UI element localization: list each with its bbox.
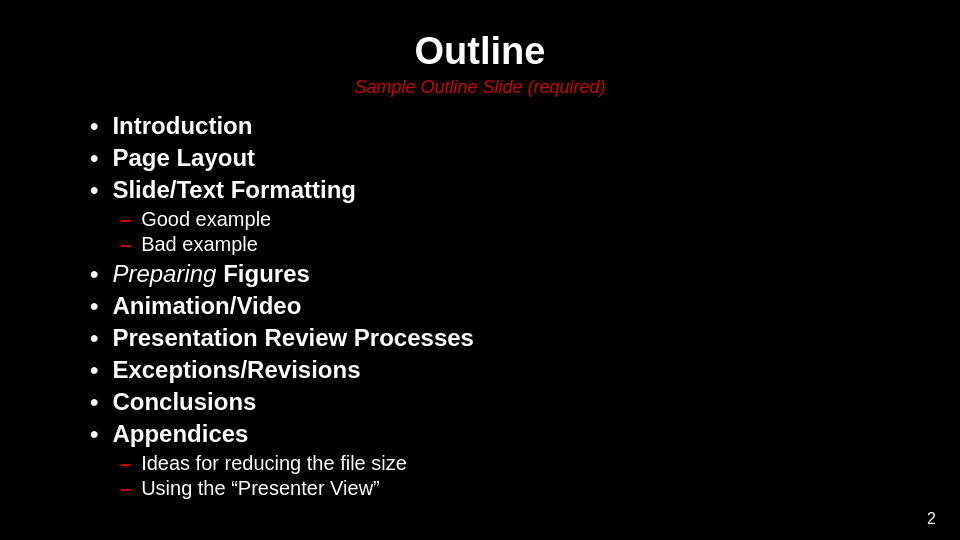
list-item-slide-text-formatting: • Slide/Text Formatting	[90, 176, 900, 204]
dash-icon: –	[120, 452, 131, 475]
bullet-icon: •	[90, 260, 98, 288]
main-list-bottom: • Preparing Figures • Animation/Video • …	[60, 260, 900, 448]
list-item-presentation-review: • Presentation Review Processes	[90, 324, 900, 352]
slide: Outline Sample Outline Slide (required) …	[0, 0, 960, 540]
list-item-preparing-figures: • Preparing Figures	[90, 260, 900, 288]
slide-title: Outline	[60, 30, 900, 73]
sub-item-bad-example: – Bad example	[120, 233, 900, 256]
sub-item-good-example: – Good example	[120, 208, 900, 231]
dash-icon: –	[120, 233, 131, 256]
list-item-introduction: • Introduction	[90, 112, 900, 140]
sub-item-ideas-file-size: – Ideas for reducing the file size	[120, 452, 900, 475]
slide-subtitle: Sample Outline Slide (required)	[60, 77, 900, 98]
bullet-icon: •	[90, 324, 98, 352]
sub-list-formatting: – Good example – Bad example	[60, 208, 900, 256]
list-item-animation-video: • Animation/Video	[90, 292, 900, 320]
bullet-icon: •	[90, 388, 98, 416]
sub-item-presenter-view: – Using the “Presenter View”	[120, 477, 900, 500]
list-item-conclusions: • Conclusions	[90, 388, 900, 416]
bullet-icon: •	[90, 112, 98, 140]
dash-icon: –	[120, 477, 131, 500]
page-number: 2	[927, 510, 936, 528]
bullet-icon: •	[90, 144, 98, 172]
bullet-icon: •	[90, 356, 98, 384]
sub-list-appendices: – Ideas for reducing the file size – Usi…	[60, 452, 900, 500]
list-item-page-layout: • Page Layout	[90, 144, 900, 172]
list-item-appendices: • Appendices	[90, 420, 900, 448]
bullet-icon: •	[90, 176, 98, 204]
dash-icon: –	[120, 208, 131, 231]
main-list-top: • Introduction • Page Layout • Slide/Tex…	[60, 112, 900, 204]
list-item-exceptions-revisions: • Exceptions/Revisions	[90, 356, 900, 384]
bullet-icon: •	[90, 420, 98, 448]
bullet-icon: •	[90, 292, 98, 320]
